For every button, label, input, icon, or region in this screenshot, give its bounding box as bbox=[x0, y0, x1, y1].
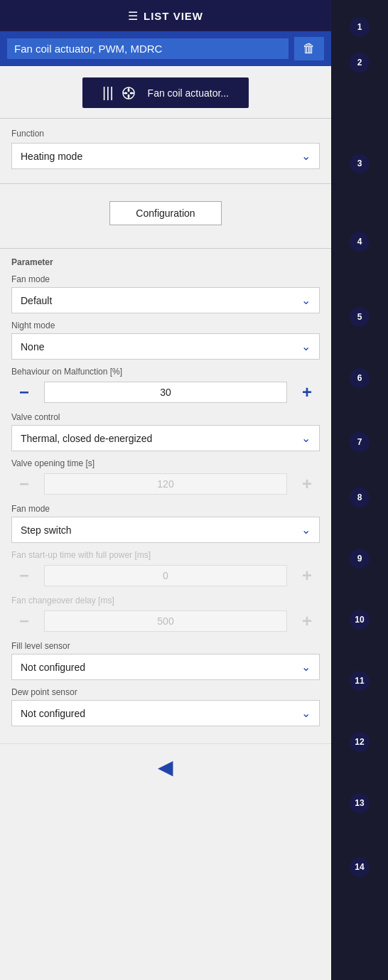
device-icon-button[interactable]: ||| Fan coil actuator... bbox=[82, 77, 249, 108]
malfunction-row: − + bbox=[11, 379, 320, 405]
function-value: Heating mode bbox=[21, 151, 301, 162]
badge-8: 8 bbox=[350, 488, 370, 507]
back-area: ◀ bbox=[0, 743, 331, 790]
fan-changeover-input[interactable] bbox=[44, 610, 287, 632]
configuration-button[interactable]: Configuration bbox=[109, 201, 221, 225]
fan-changeover-label: Fan changeover delay [ms] bbox=[11, 596, 320, 605]
badge-6: 6 bbox=[350, 368, 370, 388]
fan-mode2-chevron-icon: ⌄ bbox=[301, 523, 311, 537]
badge-1: 1 bbox=[350, 17, 370, 37]
valve-opening-row: − + bbox=[11, 471, 320, 497]
badge-2: 2 bbox=[350, 53, 370, 72]
device-button-label: Fan coil actuator... bbox=[148, 87, 229, 99]
trash-icon: 🗑 bbox=[303, 41, 316, 56]
badge-4: 4 bbox=[350, 232, 370, 252]
list-icon: ☰ bbox=[128, 9, 138, 23]
malfunction-label: Behaviour on Malfunction [%] bbox=[11, 367, 320, 377]
fan-changeover-minus-button[interactable]: − bbox=[11, 608, 37, 634]
malfunction-input[interactable] bbox=[44, 382, 287, 403]
header-title: LIST VIEW bbox=[144, 10, 203, 22]
fan-mode2-dropdown[interactable]: Step switch ⌄ bbox=[11, 517, 320, 543]
function-section: Function Heating mode ⌄ bbox=[0, 122, 331, 181]
fan-startup-minus-button[interactable]: − bbox=[11, 563, 37, 588]
badge-10: 10 bbox=[350, 610, 370, 630]
parameter-section: Parameter Fan mode Default ⌄ Night mode … bbox=[0, 252, 331, 736]
delete-button[interactable]: 🗑 bbox=[294, 37, 324, 60]
badge-5: 5 bbox=[350, 307, 370, 327]
night-mode-value: None bbox=[21, 341, 301, 352]
function-chevron-icon: ⌄ bbox=[301, 149, 311, 163]
valve-control-dropdown[interactable]: Thermal, closed de-energized ⌄ bbox=[11, 425, 320, 451]
valve-opening-plus-button[interactable]: + bbox=[294, 471, 320, 497]
fan-mode-chevron-icon: ⌄ bbox=[301, 294, 311, 307]
device-icon-area: ||| Fan coil actuator... bbox=[0, 66, 331, 115]
function-dropdown[interactable]: Heating mode ⌄ bbox=[11, 143, 320, 169]
header: ☰ LIST VIEW bbox=[0, 0, 331, 31]
fan-changeover-row: − + bbox=[11, 608, 320, 634]
valve-opening-input[interactable] bbox=[44, 473, 287, 495]
fill-level-label: Fill level sensor bbox=[11, 641, 320, 651]
fan-mode2-label: Fan mode bbox=[11, 504, 320, 514]
parameter-label: Parameter bbox=[11, 257, 320, 267]
fan-mode2-value: Step switch bbox=[21, 524, 301, 536]
valve-control-label: Valve control bbox=[11, 412, 320, 422]
dew-point-dropdown[interactable]: Not configured ⌄ bbox=[11, 700, 320, 726]
night-mode-chevron-icon: ⌄ bbox=[301, 340, 311, 353]
back-arrow-icon: ◀ bbox=[158, 756, 173, 778]
malfunction-plus-button[interactable]: + bbox=[294, 379, 320, 405]
title-bar: 🗑 bbox=[0, 31, 331, 66]
back-button[interactable]: ◀ bbox=[158, 755, 173, 779]
badge-14: 14 bbox=[350, 857, 370, 877]
badge-7: 7 bbox=[350, 432, 370, 452]
device-name-input[interactable] bbox=[7, 38, 289, 59]
dew-point-label: Dew point sensor bbox=[11, 687, 320, 697]
fan-startup-input[interactable] bbox=[44, 565, 287, 586]
fan-coil-icon: ||| bbox=[102, 85, 114, 101]
fill-level-dropdown[interactable]: Not configured ⌄ bbox=[11, 654, 320, 680]
fan-mode-label: Fan mode bbox=[11, 274, 320, 284]
fan-startup-plus-button[interactable]: + bbox=[294, 563, 320, 588]
valve-control-value: Thermal, closed de-energized bbox=[21, 433, 301, 444]
malfunction-minus-button[interactable]: − bbox=[11, 379, 37, 405]
valve-opening-minus-button[interactable]: − bbox=[11, 471, 37, 497]
fan-startup-row: − + bbox=[11, 563, 320, 588]
badge-9: 9 bbox=[350, 549, 370, 569]
fill-level-value: Not configured bbox=[21, 662, 301, 673]
valve-opening-label: Valve opening time [s] bbox=[11, 458, 320, 468]
config-section: Configuration bbox=[0, 187, 331, 245]
dew-point-value: Not configured bbox=[21, 708, 301, 719]
fan-mode-value: Default bbox=[21, 295, 301, 306]
fan-startup-label: Fan start-up time with full power [ms] bbox=[11, 550, 320, 560]
dew-point-chevron-icon: ⌄ bbox=[301, 706, 311, 720]
badge-13: 13 bbox=[350, 793, 370, 813]
night-mode-dropdown[interactable]: None ⌄ bbox=[11, 333, 320, 360]
fan-svg-icon bbox=[121, 85, 136, 101]
valve-control-chevron-icon: ⌄ bbox=[301, 431, 311, 445]
function-label: Function bbox=[11, 129, 320, 139]
badge-3: 3 bbox=[350, 154, 370, 173]
fill-level-chevron-icon: ⌄ bbox=[301, 660, 311, 674]
fan-changeover-plus-button[interactable]: + bbox=[294, 608, 320, 634]
side-numbers: 1 2 3 4 5 6 7 8 9 10 11 bbox=[331, 0, 388, 980]
badge-12: 12 bbox=[350, 732, 370, 752]
badge-11: 11 bbox=[350, 671, 370, 691]
night-mode-label: Night mode bbox=[11, 321, 320, 330]
fan-mode-dropdown[interactable]: Default ⌄ bbox=[11, 287, 320, 313]
svg-point-1 bbox=[127, 92, 130, 95]
